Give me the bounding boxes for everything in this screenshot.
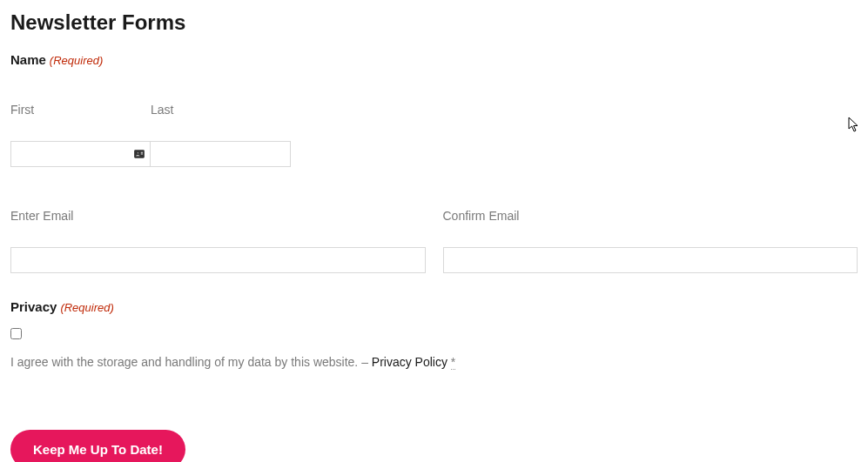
enter-email-label: Enter Email — [10, 209, 426, 223]
name-label-text: Name — [10, 52, 46, 67]
privacy-field-label: Privacy(Required) — [10, 299, 858, 315]
privacy-checkbox[interactable] — [10, 328, 22, 339]
privacy-section: Privacy(Required) I agree with the stora… — [10, 299, 858, 369]
last-name-input[interactable] — [151, 142, 290, 166]
name-field-label: Name(Required) — [10, 52, 858, 68]
privacy-required-text: (Required) — [60, 301, 113, 314]
submit-button[interactable]: Keep Me Up To Date! — [10, 430, 185, 462]
privacy-label-text: Privacy — [10, 299, 57, 314]
email-section: Enter Email Confirm Email — [10, 209, 858, 273]
confirm-email-input[interactable] — [443, 247, 858, 273]
last-name-label: Last — [151, 103, 291, 117]
name-inputs-group — [10, 141, 291, 167]
confirm-email-label: Confirm Email — [443, 209, 858, 223]
privacy-asterisk: * — [451, 355, 455, 370]
privacy-policy-link[interactable]: Privacy Policy — [372, 355, 447, 369]
name-section: Name(Required) First Last — [10, 52, 858, 167]
first-name-label: First — [10, 103, 151, 117]
page-title: Newsletter Forms — [10, 10, 858, 35]
first-name-input[interactable] — [11, 142, 151, 166]
privacy-consent-pre: I agree with the storage and handling of… — [10, 355, 372, 369]
name-required-text: (Required) — [50, 54, 103, 67]
privacy-consent-text: I agree with the storage and handling of… — [10, 355, 858, 369]
enter-email-input[interactable] — [10, 247, 426, 273]
